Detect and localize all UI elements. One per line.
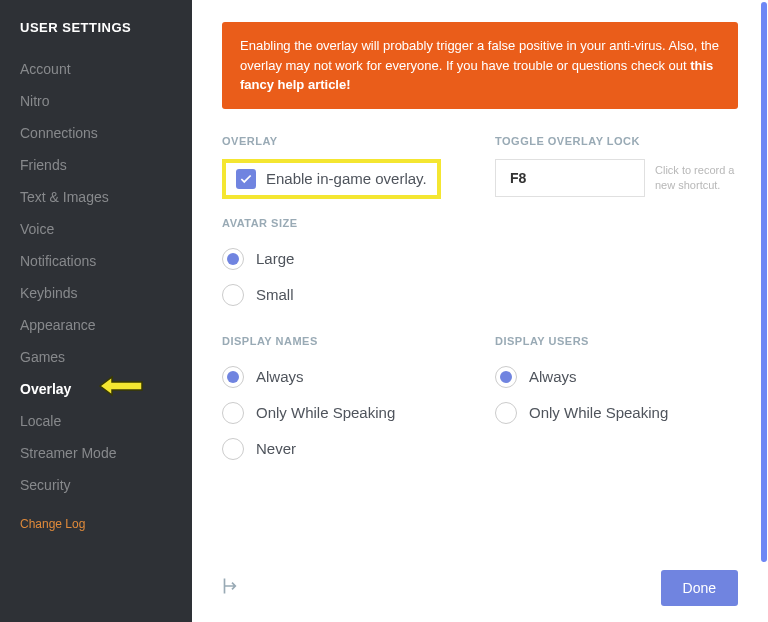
display-names-label: DISPLAY NAMES — [222, 335, 465, 347]
enable-overlay-checkbox-highlight: Enable in-game overlay. — [222, 159, 441, 199]
scrollbar[interactable] — [760, 0, 768, 622]
sidebar-item-security[interactable]: Security — [20, 469, 192, 501]
shortcut-hint: Click to record a new shortcut. — [655, 163, 735, 192]
sidebar-item-label: Overlay — [20, 381, 71, 397]
sidebar-item-text-images[interactable]: Text & Images — [20, 181, 192, 213]
avatar-size-small[interactable]: Small — [222, 277, 738, 313]
overlay-section: OVERLAY Enable in-game overlay. — [222, 135, 465, 199]
radio-icon — [222, 248, 244, 270]
sidebar-item-account[interactable]: Account — [20, 53, 192, 85]
radio-label: Always — [529, 368, 577, 385]
enable-overlay-checkbox[interactable] — [236, 169, 256, 189]
reset-icon[interactable] — [222, 576, 242, 600]
display-names-always[interactable]: Always — [222, 359, 465, 395]
toggle-lock-section: TOGGLE OVERLAY LOCK F8 Click to record a… — [495, 135, 738, 199]
radio-icon — [495, 366, 517, 388]
sidebar-item-notifications[interactable]: Notifications — [20, 245, 192, 277]
radio-icon — [495, 402, 517, 424]
sidebar-item-changelog[interactable]: Change Log — [20, 509, 192, 539]
sidebar-title: USER SETTINGS — [20, 20, 192, 35]
sidebar-item-voice[interactable]: Voice — [20, 213, 192, 245]
radio-icon — [222, 438, 244, 460]
sidebar-item-streamer-mode[interactable]: Streamer Mode — [20, 437, 192, 469]
toggle-lock-label: TOGGLE OVERLAY LOCK — [495, 135, 738, 147]
sidebar-item-locale[interactable]: Locale — [20, 405, 192, 437]
avatar-size-large[interactable]: Large — [222, 241, 738, 277]
sidebar-item-nitro[interactable]: Nitro — [20, 85, 192, 117]
enable-overlay-label: Enable in-game overlay. — [266, 170, 427, 187]
display-names-never[interactable]: Never — [222, 431, 465, 467]
display-names-speaking[interactable]: Only While Speaking — [222, 395, 465, 431]
radio-label: Never — [256, 440, 296, 457]
radio-icon — [222, 284, 244, 306]
radio-label: Only While Speaking — [529, 404, 668, 421]
done-button[interactable]: Done — [661, 570, 738, 606]
sidebar-item-keybinds[interactable]: Keybinds — [20, 277, 192, 309]
radio-label: Small — [256, 286, 294, 303]
display-users-always[interactable]: Always — [495, 359, 738, 395]
shortcut-input[interactable]: F8 — [495, 159, 645, 197]
avatar-size-label: AVATAR SIZE — [222, 217, 738, 229]
sidebar: USER SETTINGS Account Nitro Connections … — [0, 0, 192, 622]
sidebar-item-connections[interactable]: Connections — [20, 117, 192, 149]
sidebar-item-games[interactable]: Games — [20, 341, 192, 373]
overlay-section-label: OVERLAY — [222, 135, 465, 147]
radio-icon — [222, 366, 244, 388]
content-panel: Enabling the overlay will probably trigg… — [192, 0, 768, 622]
banner-text: Enabling the overlay will probably trigg… — [240, 38, 719, 73]
sidebar-item-appearance[interactable]: Appearance — [20, 309, 192, 341]
radio-label: Large — [256, 250, 294, 267]
radio-icon — [222, 402, 244, 424]
display-users-label: DISPLAY USERS — [495, 335, 738, 347]
radio-label: Only While Speaking — [256, 404, 395, 421]
radio-label: Always — [256, 368, 304, 385]
arrow-icon — [98, 375, 144, 400]
display-users-section: DISPLAY USERS Always Only While Speaking — [495, 335, 738, 467]
sidebar-item-overlay[interactable]: Overlay — [20, 373, 192, 405]
scrollbar-thumb[interactable] — [761, 2, 767, 562]
warning-banner: Enabling the overlay will probably trigg… — [222, 22, 738, 109]
footer: Done — [222, 570, 738, 606]
sidebar-item-friends[interactable]: Friends — [20, 149, 192, 181]
display-users-speaking[interactable]: Only While Speaking — [495, 395, 738, 431]
avatar-size-section: AVATAR SIZE Large Small — [222, 217, 738, 313]
display-names-section: DISPLAY NAMES Always Only While Speaking… — [222, 335, 465, 467]
